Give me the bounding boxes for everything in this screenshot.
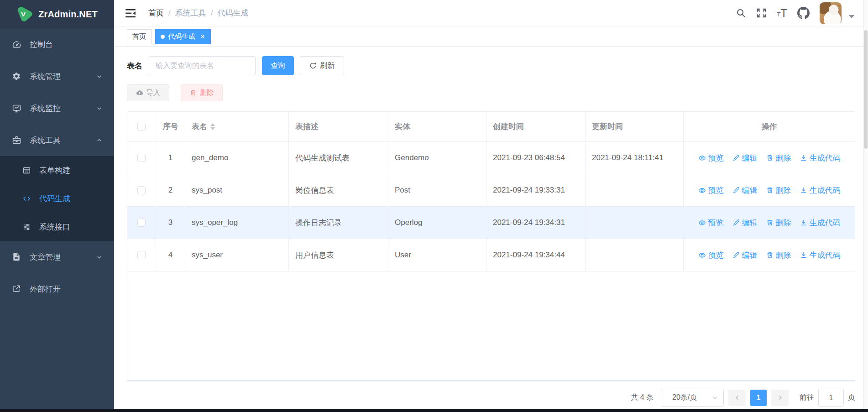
font-size-button[interactable]: TT <box>777 8 787 19</box>
generate-code-link[interactable]: 生成代码 <box>800 218 841 228</box>
row-checkbox[interactable] <box>137 154 146 162</box>
tab-label: 首页 <box>132 32 146 41</box>
tab-code-generation[interactable]: 代码生成 <box>155 29 211 44</box>
edit-link[interactable]: 编辑 <box>732 185 758 196</box>
column-header-desc: 表描述 <box>289 112 388 141</box>
page-1-button[interactable]: 1 <box>750 390 767 406</box>
toolbox-icon <box>11 135 21 145</box>
close-icon[interactable] <box>200 34 205 39</box>
row-checkbox[interactable] <box>137 219 146 227</box>
refresh-button[interactable]: 刷新 <box>300 56 344 75</box>
import-button[interactable]: 导入 <box>127 84 169 101</box>
pencil-icon <box>732 154 740 162</box>
sidebar-item-label: 外部打开 <box>30 284 61 294</box>
delete-link[interactable]: 删除 <box>766 153 791 163</box>
preview-link[interactable]: 预览 <box>698 153 724 163</box>
cell-created: 2021-09-24 19:34:44 <box>486 239 586 271</box>
preview-link[interactable]: 预览 <box>698 218 724 228</box>
cell-index: 3 <box>156 207 185 239</box>
edit-link[interactable]: 编辑 <box>732 153 758 163</box>
sidebar-item-system-monitor[interactable]: 系统监控 <box>0 92 114 124</box>
goto-page-input[interactable] <box>818 389 844 407</box>
chevron-down-icon <box>96 105 102 111</box>
page-size-select[interactable]: 20条/页 <box>661 389 724 407</box>
cell-index: 1 <box>156 142 185 174</box>
table-name-input[interactable] <box>149 56 256 75</box>
tab-home[interactable]: 首页 <box>127 29 152 44</box>
table-row[interactable]: 4 sys_user 用户信息表 User 2021-09-24 19:34:4… <box>127 239 855 271</box>
trash-icon <box>766 251 774 259</box>
sidebar: V ZrAdmin.NET 控制台 系统管理 系统监控 <box>0 0 114 409</box>
preview-link[interactable]: 预览 <box>698 185 724 196</box>
dashboard-icon <box>11 39 21 49</box>
sidebar-item-system-tools[interactable]: 系统工具 <box>0 124 114 156</box>
sort-carets-icon[interactable] <box>210 123 215 130</box>
table-row[interactable]: 1 gen_demo 代码生成测试表 Gendemo 2021-09-23 06… <box>127 142 855 174</box>
eye-icon <box>698 187 706 194</box>
cell-entity: Post <box>388 174 486 206</box>
column-header-created: 创建时间 <box>486 112 586 141</box>
generate-code-link[interactable]: 生成代码 <box>800 153 841 163</box>
row-checkbox[interactable] <box>137 186 146 194</box>
system-tools-submenu: 表单构建 代码生成 系统接口 <box>0 156 114 241</box>
page-unit-label: 页 <box>848 393 855 402</box>
column-header-actions: 操作 <box>684 112 855 141</box>
app-window: V ZrAdmin.NET 控制台 系统管理 系统监控 <box>0 0 868 409</box>
breadcrumb-separator: / <box>168 9 171 18</box>
table-header-row: 序号 表名 表描述 实体 创建时间 更新时间 操作 <box>127 112 855 142</box>
sidebar-item-system-api[interactable]: 系统接口 <box>0 213 114 241</box>
tags-bar: 首页 代码生成 <box>114 26 868 47</box>
delete-link[interactable]: 删除 <box>766 185 791 196</box>
sidebar-item-article-admin[interactable]: 文章管理 <box>0 241 114 273</box>
column-header-name[interactable]: 表名 <box>185 112 289 141</box>
cell-updated: 2021-09-24 18:11:41 <box>586 142 684 174</box>
scrollbar-thumb[interactable] <box>864 30 868 149</box>
breadcrumb-home[interactable]: 首页 <box>148 8 164 18</box>
column-header-updated: 更新时间 <box>586 112 684 141</box>
search-icon <box>736 8 746 18</box>
app-title: ZrAdmin.NET <box>38 9 98 20</box>
table-row-selected[interactable]: 3 sys_oper_log 操作日志记录 Operlog 2021-09-24… <box>127 207 855 239</box>
next-page-button[interactable] <box>771 390 789 406</box>
delete-link[interactable]: 删除 <box>766 218 791 228</box>
delete-link[interactable]: 删除 <box>766 250 791 261</box>
scrollbar[interactable] <box>863 0 868 409</box>
sidebar-collapse-button[interactable] <box>125 7 136 19</box>
query-form: 表名 查询 刷新 <box>127 56 855 75</box>
navbar-right: TT <box>736 2 854 24</box>
chevron-up-icon <box>96 137 102 143</box>
prev-page-button[interactable] <box>728 390 746 406</box>
sidebar-item-form-builder[interactable]: 表单构建 <box>0 156 114 184</box>
table-row[interactable]: 2 sys_post 岗位信息表 Post 2021-09-24 19:33:3… <box>127 174 855 207</box>
download-icon <box>800 219 807 226</box>
fullscreen-button[interactable] <box>756 8 767 18</box>
select-all-checkbox[interactable] <box>137 123 146 131</box>
avatar-dropdown-caret-icon[interactable] <box>849 15 854 18</box>
sidebar-item-dashboard[interactable]: 控制台 <box>0 28 114 60</box>
chevron-down-icon <box>712 395 718 401</box>
cell-table-name: sys_post <box>185 174 289 206</box>
active-tab-dot <box>161 35 165 39</box>
breadcrumb-system-tools[interactable]: 系统工具 <box>175 8 206 18</box>
preview-link[interactable]: 预览 <box>698 250 724 261</box>
search-button[interactable] <box>736 8 746 18</box>
breadcrumb-code-generation: 代码生成 <box>217 8 248 18</box>
generate-code-link[interactable]: 生成代码 <box>800 185 841 196</box>
sidebar-item-code-generation[interactable]: 代码生成 <box>0 184 114 213</box>
github-button[interactable] <box>797 7 810 19</box>
sidebar-item-label: 系统工具 <box>30 135 61 146</box>
row-checkbox[interactable] <box>137 251 146 259</box>
sidebar-item-system-admin[interactable]: 系统管理 <box>0 60 114 92</box>
sidebar-item-label: 系统管理 <box>30 71 61 82</box>
avatar[interactable] <box>820 2 842 24</box>
search-button[interactable]: 查询 <box>262 56 294 75</box>
navbar: 首页 / 系统工具 / 代码生成 TT <box>114 0 868 26</box>
sidebar-item-external-open[interactable]: 外部打开 <box>0 273 114 305</box>
content: 表名 查询 刷新 导入 删除 <box>114 47 868 409</box>
edit-link[interactable]: 编辑 <box>732 250 758 261</box>
logo-row[interactable]: V ZrAdmin.NET <box>0 0 114 28</box>
delete-button[interactable]: 删除 <box>181 84 223 101</box>
edit-link[interactable]: 编辑 <box>732 218 758 228</box>
cell-table-desc: 操作日志记录 <box>289 207 388 239</box>
generate-code-link[interactable]: 生成代码 <box>800 250 841 261</box>
